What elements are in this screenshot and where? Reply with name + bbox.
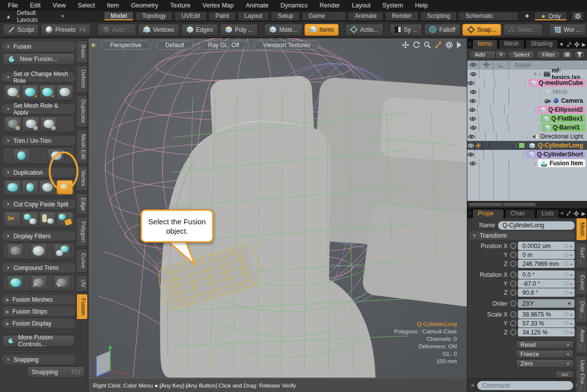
menu-item[interactable]: Help xyxy=(409,0,434,11)
fusion-section-header[interactable]: ▼Fusion xyxy=(2,42,75,51)
mesh-role-apply-section-header[interactable]: ▼Set Mesh Role & Apply xyxy=(2,104,75,114)
duplicate-mixed-button[interactable] xyxy=(39,180,56,195)
layout-settings-button[interactable] xyxy=(571,11,584,21)
menu-item[interactable]: System xyxy=(376,0,409,11)
gear-icon[interactable] xyxy=(574,42,580,47)
visibility-eye-icon[interactable] xyxy=(467,69,479,78)
compound-add-button[interactable]: ➘ xyxy=(7,275,24,290)
chevron-down-icon[interactable]: ▼ xyxy=(559,42,564,47)
position-y-field[interactable]: 0 m◂▸ xyxy=(518,251,575,259)
visibility-eye-icon[interactable] xyxy=(467,78,475,87)
trim-button[interactable] xyxy=(13,148,30,163)
tool-category-tab[interactable]: Fusion xyxy=(77,294,88,320)
scrollbar-thumb[interactable] xyxy=(468,202,536,207)
fusion-meshes-section-header[interactable]: ▶Fusion Meshes xyxy=(2,295,75,304)
snapping-button[interactable]: Snap... xyxy=(462,24,501,36)
viewport-header-button[interactable]: Perspective xyxy=(101,41,151,50)
visibility-eye-icon[interactable] xyxy=(467,123,479,132)
vertices-mode-button[interactable]: Vertices xyxy=(138,24,179,36)
tool-category-tab[interactable]: Edge xyxy=(77,193,88,215)
snapping-section-header[interactable]: ▼Snapping xyxy=(2,355,75,364)
visibility-column-header-eye-icon[interactable] xyxy=(467,61,479,69)
visibility-eye-icon[interactable] xyxy=(467,141,475,150)
maximize-icon[interactable] xyxy=(435,41,442,49)
visibility-eye-icon[interactable] xyxy=(467,105,478,114)
rotation-x-field[interactable]: 0.0 °◂▸ xyxy=(518,270,575,279)
materials-mode-button[interactable]: Mate... xyxy=(264,24,302,36)
pan-icon[interactable] xyxy=(402,41,409,49)
menu-item[interactable]: Dynamics xyxy=(275,0,314,11)
properties-tab[interactable]: Prope ... xyxy=(472,209,504,218)
command-input[interactable]: Command xyxy=(477,381,573,390)
display-filters-section-header[interactable]: ▼Display Filters xyxy=(2,231,75,241)
layout-tab[interactable]: Animate xyxy=(348,11,383,21)
viewport-header-button[interactable]: Viewport Textures xyxy=(254,41,320,50)
tool-category-tab[interactable]: Polygon xyxy=(77,217,88,247)
expand-arrow-icon[interactable] xyxy=(456,42,462,48)
rotation-order-dropdown[interactable]: ZXY▼ xyxy=(518,299,575,308)
layout-tab[interactable]: Scripting xyxy=(420,11,457,21)
item-row[interactable]: ▪ Fusion Item xyxy=(467,159,587,168)
pin-layout-icon[interactable]: ▲ xyxy=(3,13,14,19)
viewport-mode-dot-icon[interactable] xyxy=(91,43,96,48)
compound-out-button[interactable]: ➘ xyxy=(54,275,71,290)
layout-tab[interactable]: Setup xyxy=(271,11,300,21)
visibility-eye-icon[interactable] xyxy=(467,132,476,141)
scale-x-field[interactable]: 38.9675 %◂▸ xyxy=(518,310,575,319)
properties-tab[interactable]: Lists xyxy=(536,209,560,218)
gear-icon[interactable] xyxy=(574,211,579,216)
menu-item[interactable]: Vertex Map xyxy=(197,0,240,11)
apply-union-button[interactable]: ⊕ xyxy=(4,117,21,131)
edges-mode-button[interactable]: Edges xyxy=(181,24,218,36)
apply-subtract-button[interactable]: ⊕ xyxy=(22,117,39,131)
transform-section-header[interactable]: ▼Transform xyxy=(468,231,575,240)
duplication-section-header[interactable]: ▼Duplication xyxy=(2,168,75,177)
pop-out-icon[interactable] xyxy=(566,211,571,216)
filter-dim-button[interactable] xyxy=(7,244,24,258)
tool-category-tab[interactable]: Vertex xyxy=(77,166,88,191)
falloff-button[interactable]: Falloff xyxy=(424,24,460,36)
add-subtract-role-button[interactable]: + xyxy=(39,85,56,99)
list-options-button[interactable] xyxy=(562,51,573,59)
layout-tab[interactable]: Render xyxy=(385,11,418,21)
menu-item[interactable]: Layout xyxy=(346,0,377,11)
visibility-eye-icon[interactable] xyxy=(467,114,479,123)
item-list-tab[interactable]: Items xyxy=(472,39,498,49)
tool-category-tab[interactable]: Curve xyxy=(77,249,88,273)
gear-icon[interactable] xyxy=(445,41,453,49)
item-row[interactable]: ¦ Camera xyxy=(467,96,587,105)
item-row[interactable]: ¦ Q-Barrel1 xyxy=(467,123,587,132)
layout-tab[interactable]: Paint xyxy=(209,11,236,21)
item-row[interactable]: ¦ Q-CylinderShort xyxy=(467,150,587,159)
properties-side-tab[interactable]: Surf ... xyxy=(577,243,587,268)
filter-funnel-button[interactable] xyxy=(574,51,585,59)
layout-tab[interactable]: Game Tools xyxy=(301,11,346,21)
layout-tab[interactable]: UVEdit xyxy=(174,11,207,21)
zoom-icon[interactable] xyxy=(424,41,431,49)
filter-parts-button[interactable] xyxy=(54,244,71,258)
item-row[interactable]: ¦ Q-Ellipsoid2 xyxy=(467,105,587,114)
paste-button[interactable] xyxy=(39,212,56,226)
select-dropdown-button[interactable]: Select xyxy=(508,51,535,59)
duplicate-trim-button[interactable] xyxy=(22,180,38,195)
channel-toggle[interactable] xyxy=(510,261,516,267)
channel-toggle[interactable] xyxy=(510,289,516,296)
properties-side-tab[interactable]: Disp ... xyxy=(577,297,587,324)
tool-category-tab[interactable]: UV xyxy=(77,275,88,292)
panel-expand-arrow-icon[interactable]: ▶ xyxy=(582,42,586,47)
compound-up-button[interactable]: ➚ xyxy=(30,275,47,290)
transform-action-button[interactable]: Zero xyxy=(516,359,574,368)
position-x-field[interactable]: 0.0002 um◂▸ xyxy=(518,242,575,250)
item-row-scene[interactable]: ▼＋ mf-basics.lxo xyxy=(467,69,587,78)
menu-item[interactable]: Item xyxy=(101,0,125,11)
item-row[interactable]: ¦ Q-FlatBox1 xyxy=(467,114,587,123)
viewport-header-button[interactable]: Ray GL: Off xyxy=(199,41,249,50)
remove-role-button[interactable]: − xyxy=(57,85,73,99)
visibility-eye-icon[interactable] xyxy=(467,159,479,168)
trim-section-header[interactable]: ▼Trim / Un-Trim xyxy=(2,136,75,145)
filter-dropdown-button[interactable]: Filter xyxy=(536,51,560,59)
menu-item[interactable]: Texture xyxy=(164,0,197,11)
transform-action-button[interactable]: Freeze xyxy=(516,350,574,358)
transform-action-button[interactable]: Reset xyxy=(516,340,574,349)
axis-column-header-icon[interactable] xyxy=(494,61,509,69)
